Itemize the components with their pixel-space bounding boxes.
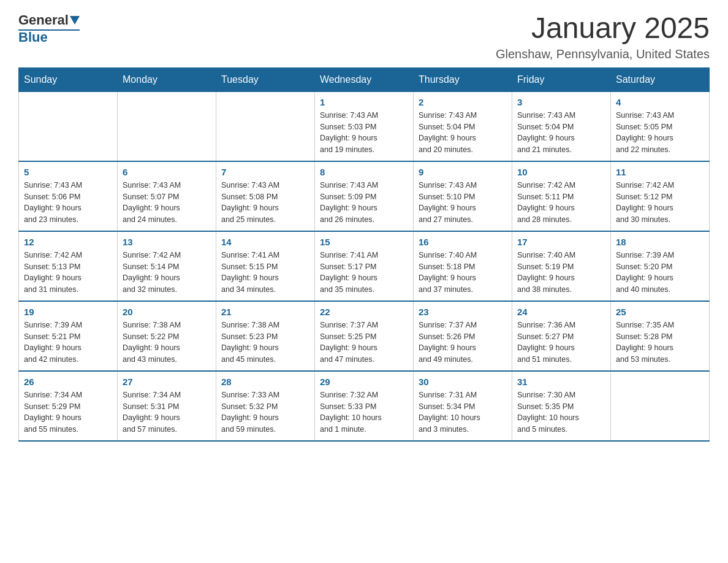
calendar-table: SundayMondayTuesdayWednesdayThursdayFrid…	[18, 67, 710, 442]
day-info: Sunrise: 7:37 AMSunset: 5:26 PMDaylight:…	[419, 320, 507, 366]
day-number: 16	[419, 237, 507, 247]
day-cell: 24Sunrise: 7:36 AMSunset: 5:27 PMDayligh…	[512, 301, 611, 371]
day-cell: 29Sunrise: 7:32 AMSunset: 5:33 PMDayligh…	[315, 371, 414, 441]
day-number: 13	[123, 237, 211, 247]
day-info: Sunrise: 7:30 AMSunset: 5:35 PMDaylight:…	[517, 389, 605, 435]
day-info: Sunrise: 7:43 AMSunset: 5:03 PMDaylight:…	[320, 110, 408, 156]
day-number: 6	[123, 167, 211, 177]
calendar-subtitle: Glenshaw, Pennsylvania, United States	[496, 47, 710, 61]
day-cell	[118, 91, 216, 161]
day-number: 27	[123, 377, 211, 387]
day-number: 12	[24, 237, 112, 247]
day-info: Sunrise: 7:33 AMSunset: 5:32 PMDaylight:…	[221, 389, 309, 435]
day-cell: 31Sunrise: 7:30 AMSunset: 5:35 PMDayligh…	[512, 371, 611, 441]
day-number: 20	[123, 307, 211, 317]
day-info: Sunrise: 7:42 AMSunset: 5:12 PMDaylight:…	[616, 180, 704, 226]
day-cell: 10Sunrise: 7:42 AMSunset: 5:11 PMDayligh…	[512, 161, 611, 231]
day-info: Sunrise: 7:39 AMSunset: 5:20 PMDaylight:…	[616, 250, 704, 296]
day-info: Sunrise: 7:31 AMSunset: 5:34 PMDaylight:…	[419, 389, 507, 435]
day-cell: 14Sunrise: 7:41 AMSunset: 5:15 PMDayligh…	[216, 231, 315, 301]
day-info: Sunrise: 7:43 AMSunset: 5:10 PMDaylight:…	[419, 180, 507, 226]
day-info: Sunrise: 7:40 AMSunset: 5:18 PMDaylight:…	[419, 250, 507, 296]
day-info: Sunrise: 7:35 AMSunset: 5:28 PMDaylight:…	[616, 320, 704, 366]
day-info: Sunrise: 7:42 AMSunset: 5:13 PMDaylight:…	[24, 250, 112, 296]
day-cell: 26Sunrise: 7:34 AMSunset: 5:29 PMDayligh…	[19, 371, 118, 441]
day-cell: 21Sunrise: 7:38 AMSunset: 5:23 PMDayligh…	[216, 301, 315, 371]
day-cell: 25Sunrise: 7:35 AMSunset: 5:28 PMDayligh…	[611, 301, 710, 371]
day-number: 2	[419, 97, 507, 107]
day-cell: 3Sunrise: 7:43 AMSunset: 5:04 PMDaylight…	[512, 91, 611, 161]
day-cell: 5Sunrise: 7:43 AMSunset: 5:06 PMDaylight…	[19, 161, 118, 231]
day-info: Sunrise: 7:43 AMSunset: 5:07 PMDaylight:…	[123, 180, 211, 226]
header-cell-wednesday: Wednesday	[315, 67, 414, 91]
day-cell: 2Sunrise: 7:43 AMSunset: 5:04 PMDaylight…	[414, 91, 512, 161]
calendar-title: January 2025	[496, 12, 710, 45]
day-number: 5	[24, 167, 112, 177]
day-number: 29	[320, 377, 408, 387]
day-cell: 20Sunrise: 7:38 AMSunset: 5:22 PMDayligh…	[118, 301, 216, 371]
header-cell-friday: Friday	[512, 67, 611, 91]
day-cell: 27Sunrise: 7:34 AMSunset: 5:31 PMDayligh…	[118, 371, 216, 441]
day-info: Sunrise: 7:34 AMSunset: 5:31 PMDaylight:…	[123, 389, 211, 435]
calendar-body: 1Sunrise: 7:43 AMSunset: 5:03 PMDaylight…	[19, 91, 710, 441]
day-cell: 16Sunrise: 7:40 AMSunset: 5:18 PMDayligh…	[414, 231, 512, 301]
day-cell: 12Sunrise: 7:42 AMSunset: 5:13 PMDayligh…	[19, 231, 118, 301]
header-cell-thursday: Thursday	[414, 67, 512, 91]
day-number: 1	[320, 97, 408, 107]
logo-arrow-icon	[70, 16, 80, 26]
day-number: 23	[419, 307, 507, 317]
day-number: 18	[616, 237, 704, 247]
day-info: Sunrise: 7:36 AMSunset: 5:27 PMDaylight:…	[517, 320, 605, 366]
day-cell: 23Sunrise: 7:37 AMSunset: 5:26 PMDayligh…	[414, 301, 512, 371]
day-info: Sunrise: 7:41 AMSunset: 5:17 PMDaylight:…	[320, 250, 408, 296]
day-number: 8	[320, 167, 408, 177]
day-info: Sunrise: 7:41 AMSunset: 5:15 PMDaylight:…	[221, 250, 309, 296]
header-cell-monday: Monday	[118, 67, 216, 91]
day-info: Sunrise: 7:32 AMSunset: 5:33 PMDaylight:…	[320, 389, 408, 435]
day-number: 30	[419, 377, 507, 387]
day-info: Sunrise: 7:43 AMSunset: 5:04 PMDaylight:…	[517, 110, 605, 156]
day-cell: 13Sunrise: 7:42 AMSunset: 5:14 PMDayligh…	[118, 231, 216, 301]
day-cell: 30Sunrise: 7:31 AMSunset: 5:34 PMDayligh…	[414, 371, 512, 441]
day-cell	[19, 91, 118, 161]
logo-blue-text: Blue	[18, 29, 80, 45]
week-row-2: 5Sunrise: 7:43 AMSunset: 5:06 PMDaylight…	[19, 161, 710, 231]
day-number: 10	[517, 167, 605, 177]
day-info: Sunrise: 7:43 AMSunset: 5:05 PMDaylight:…	[616, 110, 704, 156]
day-info: Sunrise: 7:39 AMSunset: 5:21 PMDaylight:…	[24, 320, 112, 366]
day-number: 25	[616, 307, 704, 317]
day-info: Sunrise: 7:43 AMSunset: 5:09 PMDaylight:…	[320, 180, 408, 226]
day-number: 4	[616, 97, 704, 107]
day-cell: 6Sunrise: 7:43 AMSunset: 5:07 PMDaylight…	[118, 161, 216, 231]
day-number: 24	[517, 307, 605, 317]
day-info: Sunrise: 7:40 AMSunset: 5:19 PMDaylight:…	[517, 250, 605, 296]
day-cell: 18Sunrise: 7:39 AMSunset: 5:20 PMDayligh…	[611, 231, 710, 301]
header-cell-tuesday: Tuesday	[216, 67, 315, 91]
day-info: Sunrise: 7:34 AMSunset: 5:29 PMDaylight:…	[24, 389, 112, 435]
header-cell-sunday: Sunday	[19, 67, 118, 91]
day-cell: 1Sunrise: 7:43 AMSunset: 5:03 PMDaylight…	[315, 91, 414, 161]
week-row-5: 26Sunrise: 7:34 AMSunset: 5:29 PMDayligh…	[19, 371, 710, 441]
day-cell	[611, 371, 710, 441]
day-number: 17	[517, 237, 605, 247]
day-number: 9	[419, 167, 507, 177]
day-cell: 22Sunrise: 7:37 AMSunset: 5:25 PMDayligh…	[315, 301, 414, 371]
day-info: Sunrise: 7:43 AMSunset: 5:08 PMDaylight:…	[221, 180, 309, 226]
day-number: 14	[221, 237, 309, 247]
logo: General Blue	[18, 12, 80, 45]
day-info: Sunrise: 7:38 AMSunset: 5:22 PMDaylight:…	[123, 320, 211, 366]
day-info: Sunrise: 7:37 AMSunset: 5:25 PMDaylight:…	[320, 320, 408, 366]
day-cell: 8Sunrise: 7:43 AMSunset: 5:09 PMDaylight…	[315, 161, 414, 231]
day-info: Sunrise: 7:43 AMSunset: 5:04 PMDaylight:…	[419, 110, 507, 156]
day-number: 31	[517, 377, 605, 387]
logo-general-text: General	[18, 12, 69, 28]
day-info: Sunrise: 7:42 AMSunset: 5:14 PMDaylight:…	[123, 250, 211, 296]
day-cell: 15Sunrise: 7:41 AMSunset: 5:17 PMDayligh…	[315, 231, 414, 301]
day-number: 21	[221, 307, 309, 317]
week-row-3: 12Sunrise: 7:42 AMSunset: 5:13 PMDayligh…	[19, 231, 710, 301]
day-cell	[216, 91, 315, 161]
day-number: 28	[221, 377, 309, 387]
day-cell: 19Sunrise: 7:39 AMSunset: 5:21 PMDayligh…	[19, 301, 118, 371]
day-cell: 11Sunrise: 7:42 AMSunset: 5:12 PMDayligh…	[611, 161, 710, 231]
header-row: SundayMondayTuesdayWednesdayThursdayFrid…	[19, 67, 710, 91]
